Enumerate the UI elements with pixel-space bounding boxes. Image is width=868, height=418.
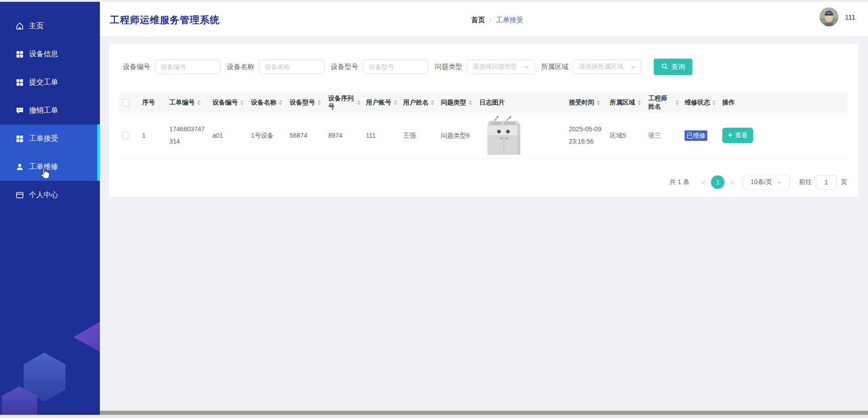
device-name-input[interactable]: [259, 60, 325, 74]
select-all-checkbox[interactable]: [122, 99, 129, 106]
sort-caret-icon[interactable]: [279, 100, 282, 105]
content-card: 设备编号设备名称设备型号问题类型请选择问题类型所属区域请选择所属区域 查询 序号…: [109, 44, 858, 197]
sidebar-item-profile-center[interactable]: 个人中心: [0, 181, 100, 209]
cell-orderNo: 1746803747314: [167, 113, 210, 159]
goto-page-input[interactable]: [816, 175, 837, 189]
workorder-table: 序号工单编号设备编号设备名称设备型号设备序列号用户账号用户姓名问题类型日志图片接…: [119, 92, 848, 159]
region-select[interactable]: 请选择所属区域: [573, 60, 641, 74]
sidebar-item-label: 撤销工单: [29, 106, 58, 115]
column-header-index: 序号: [139, 92, 167, 113]
search-button-label: 查询: [671, 63, 685, 71]
search-icon: [661, 63, 668, 71]
sort-caret-icon[interactable]: [394, 100, 397, 105]
column-label: 问题类型: [441, 99, 466, 107]
column-header-engineerName[interactable]: 工程师姓名: [646, 92, 682, 113]
sort-caret-icon[interactable]: [197, 100, 201, 105]
sort-caret-icon[interactable]: [317, 100, 321, 105]
cell-region: 区域5: [607, 113, 646, 159]
sort-caret-icon[interactable]: [431, 100, 434, 105]
column-label: 序号: [142, 99, 155, 107]
column-label: 用户账号: [366, 99, 391, 107]
column-label: 所属区域: [610, 99, 635, 107]
column-label: 设备序列号: [328, 95, 355, 111]
cell-deviceNo: a01: [210, 113, 248, 159]
column-header-deviceName[interactable]: 设备名称: [248, 92, 287, 113]
filter-problem-type: 问题类型请选择问题类型: [435, 60, 535, 74]
message-icon: [15, 106, 24, 115]
cell-deviceModel: 56874: [287, 113, 326, 159]
next-page-button[interactable]: >: [727, 179, 737, 186]
grid-icon: [15, 78, 24, 87]
problem-type-select[interactable]: 请选择问题类型: [467, 60, 535, 74]
page-number-button[interactable]: 1: [711, 175, 725, 189]
breadcrumb-current: 工单接受: [496, 16, 523, 25]
sort-caret-icon[interactable]: [712, 100, 716, 105]
sidebar-item-label: 设备信息: [29, 50, 58, 59]
column-label: 设备型号: [290, 99, 315, 107]
filter-bar: 设备编号设备名称设备型号问题类型请选择问题类型所属区域请选择所属区域 查询: [109, 44, 858, 75]
chevron-down-icon: [776, 179, 782, 185]
sidebar-item-device-info[interactable]: 设备信息: [0, 40, 100, 68]
sort-caret-icon[interactable]: [597, 100, 600, 105]
main-area: 工程师运维服务管理系统 首页 / 工单接受: [100, 2, 868, 415]
cell-index: 1: [139, 113, 167, 159]
chevron-down-icon: [524, 64, 530, 70]
column-header-acceptTime[interactable]: 接受时间: [566, 92, 607, 113]
cell-deviceName: 1号设备: [248, 113, 287, 159]
filter-region: 所属区域请选择所属区域: [541, 60, 641, 74]
column-header-deviceNo[interactable]: 设备编号: [210, 92, 248, 113]
sidebar-item-home[interactable]: 主页: [0, 12, 100, 40]
column-header-deviceModel[interactable]: 设备型号: [287, 92, 326, 113]
sort-caret-icon[interactable]: [637, 100, 641, 105]
sidebar-item-cancel-workorder[interactable]: 撤销工单: [0, 96, 100, 124]
column-label: 设备名称: [251, 99, 276, 107]
sort-caret-icon[interactable]: [676, 100, 679, 105]
table-row: 11746803747314a011号设备568748974111王强问题类型6…: [119, 113, 848, 159]
search-button[interactable]: 查询: [654, 59, 692, 75]
cell-serialNo: 8974: [326, 113, 363, 159]
column-header-logImage: 日志图片: [477, 92, 566, 113]
column-header-repairStatus[interactable]: 维修状态: [682, 92, 720, 113]
sidebar-item-submit-workorder[interactable]: 提交工单: [0, 68, 100, 96]
column-header-orderNo[interactable]: 工单编号: [167, 92, 210, 113]
column-label: 工单编号: [169, 99, 195, 107]
column-header-userName[interactable]: 用户姓名: [400, 92, 438, 113]
decorative-triangle: [74, 322, 100, 352]
filter-label: 设备编号: [123, 63, 150, 71]
cell-actions: 查看: [720, 113, 848, 159]
sidebar-item-workorder-accept[interactable]: 工单接受: [0, 124, 100, 153]
goto-page: 前往 页: [799, 175, 847, 189]
card-icon: [15, 190, 24, 199]
top-edge-strip: [0, 0, 868, 2]
prev-page-button[interactable]: <: [698, 179, 709, 186]
sort-caret-icon[interactable]: [357, 100, 360, 105]
grid-icon: [15, 50, 24, 59]
sort-caret-icon[interactable]: [240, 100, 244, 105]
column-header-problemType[interactable]: 问题类型: [438, 92, 477, 113]
username: 111: [845, 13, 855, 21]
view-button[interactable]: 查看: [722, 128, 753, 143]
row-checkbox[interactable]: [122, 132, 129, 139]
page-size-select[interactable]: 10条/页: [743, 174, 790, 190]
user-menu[interactable]: 111: [819, 7, 855, 26]
column-header-serialNo[interactable]: 设备序列号: [326, 92, 363, 113]
goto-label: 前往: [799, 178, 812, 186]
cell-logImage: [477, 113, 566, 159]
filter-label: 设备型号: [331, 63, 358, 71]
avatar[interactable]: [819, 7, 838, 26]
filter-label: 问题类型: [435, 63, 462, 71]
device-model-input[interactable]: [363, 60, 429, 74]
filter-label: 所属区域: [541, 63, 568, 71]
breadcrumb-home-link[interactable]: 首页: [471, 16, 485, 25]
column-label: 工程师姓名: [648, 95, 673, 111]
filter-groups: 设备编号设备名称设备型号问题类型请选择问题类型所属区域请选择所属区域: [123, 60, 647, 74]
horizontal-scrollbar[interactable]: [100, 411, 868, 415]
column-header-region[interactable]: 所属区域: [607, 92, 646, 113]
device-no-input[interactable]: [155, 60, 221, 74]
sort-caret-icon[interactable]: [469, 100, 472, 105]
log-image-thumbnail[interactable]: [479, 115, 563, 156]
filter-device-no: 设备编号: [123, 60, 221, 74]
column-header-userAccount[interactable]: 用户账号: [363, 92, 400, 113]
sidebar-item-label: 个人中心: [29, 190, 58, 200]
column-label: 用户姓名: [403, 99, 429, 107]
